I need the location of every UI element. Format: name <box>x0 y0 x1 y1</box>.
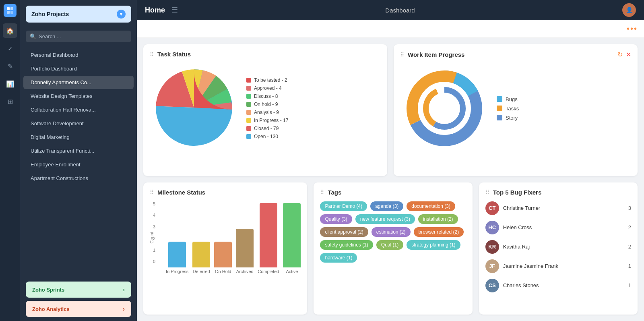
icon-home[interactable]: 🏠 <box>3 23 17 38</box>
sidebar-search[interactable]: 🔍 Search ... <box>26 31 131 42</box>
bug-fixers-list: CT Christine Turner 3 HC Helen Cross 2 K… <box>485 201 631 292</box>
bar-group: Completed <box>258 203 279 274</box>
main-content: Home ☰ Dashboard 👤 ••• ⠿ Task Status <box>137 0 644 321</box>
bug-fixers-header: ⠿ Top 5 Bug Fixers <box>485 189 631 196</box>
topbar-right: 👤 <box>622 3 636 17</box>
task-status-title: Task Status <box>157 51 191 58</box>
bug-fixer-count: 1 <box>628 282 631 288</box>
donut-content: BugsTasksStory <box>400 64 631 153</box>
legend-item: Open - 130 <box>246 134 288 139</box>
app-title: Home <box>145 6 165 14</box>
sidebar: Zoho Projects ▼ 🔍 Search ... Personal Da… <box>20 0 137 321</box>
bottom-row: ⠿ Milestone Status 5 4 3 2 1 0 Count <box>143 182 638 315</box>
tag[interactable]: installation (2) <box>418 214 458 224</box>
drag-icon: ⠿ <box>400 52 405 58</box>
drag-icon: ⠿ <box>150 189 154 195</box>
zoho-sprints-btn[interactable]: Zoho Sprints › <box>26 282 131 298</box>
icon-data[interactable]: ⊞ <box>3 94 17 109</box>
sidebar-nav-item[interactable]: Personal Dashboard <box>23 48 134 62</box>
sidebar-nav-item[interactable]: Donnelly Apartments Co... <box>23 76 134 89</box>
drag-icon: ⠿ <box>485 189 490 195</box>
close-button[interactable]: ✕ <box>626 51 631 58</box>
tag[interactable]: strategy planning (1) <box>407 240 460 250</box>
options-dots[interactable]: ••• <box>627 24 638 33</box>
app-logo[interactable] <box>4 4 17 17</box>
icon-bar: 🏠 ✓ ✎ 📊 ⊞ <box>0 0 20 321</box>
page-title: Dashboard <box>385 7 415 14</box>
bug-fixer-name: Jasmine Jasmine Frank <box>503 263 624 269</box>
icon-chart[interactable]: 📊 <box>3 77 17 91</box>
bug-fixer-avatar: CT <box>485 201 499 215</box>
svg-rect-0 <box>7 7 10 10</box>
bug-fixers-title: Top 5 Bug Fixers <box>493 189 542 196</box>
bug-fixer-item: KR Kavitha Raj 2 <box>485 240 631 254</box>
legend-item: Approved - 4 <box>246 85 288 91</box>
sidebar-nav-item[interactable]: Employee Enrollment <box>23 158 134 171</box>
bug-fixer-count: 3 <box>628 205 631 211</box>
sidebar-nav-item[interactable]: Portfolio Dashboard <box>23 62 134 75</box>
bar-group: Archived <box>236 229 254 274</box>
bug-fixer-avatar: JF <box>485 259 499 273</box>
arrow-right-icon: › <box>123 286 125 293</box>
milestone-header: ⠿ Milestone Status <box>150 189 301 196</box>
svg-rect-1 <box>10 7 13 10</box>
zoho-analytics-btn[interactable]: Zoho Analytics › <box>26 301 131 317</box>
zoho-sprints-label: Zoho Sprints <box>32 287 64 293</box>
sidebar-nav-item[interactable]: Software Development <box>23 117 134 130</box>
count-label: Count <box>149 232 154 243</box>
legend-item: In Progress - 17 <box>246 118 288 123</box>
svg-rect-3 <box>10 11 13 14</box>
donut-legend-item: Story <box>497 115 519 121</box>
icon-edit[interactable]: ✎ <box>3 59 17 73</box>
arrow-right-icon: › <box>123 306 125 312</box>
tag[interactable]: Partner Demo (4) <box>320 201 367 211</box>
sidebar-nav-item[interactable]: Collaboration Hall Renova... <box>23 103 134 116</box>
search-icon: 🔍 <box>30 33 36 39</box>
menu-icon[interactable]: ☰ <box>171 6 178 14</box>
bug-fixer-avatar: CS <box>485 279 499 292</box>
sidebar-nav-item[interactable]: Digital Marketing <box>23 130 134 144</box>
legend-item: To be tested - 2 <box>246 77 288 83</box>
tag[interactable]: Quality (3) <box>320 214 352 224</box>
task-status-content: To be tested - 2Approved - 4Discuss - 8O… <box>150 63 381 153</box>
tags-area: Partner Demo (4)agenda (3)documentation … <box>320 201 466 263</box>
tag[interactable]: estimation (2) <box>372 227 411 237</box>
tags-title: Tags <box>328 189 341 196</box>
bug-fixer-item: HC Helen Cross 2 <box>485 221 631 234</box>
sidebar-nav-item[interactable]: Utilize Transparent Functi... <box>23 144 134 157</box>
milestone-widget: ⠿ Milestone Status 5 4 3 2 1 0 Count <box>143 182 307 315</box>
sidebar-header: Zoho Projects ▼ <box>20 0 137 27</box>
bar-group: On Hold <box>214 242 232 274</box>
bug-fixer-name: Kavitha Raj <box>503 244 624 250</box>
task-status-legend: To be tested - 2Approved - 4Discuss - 8O… <box>246 77 288 139</box>
task-status-widget: ⠿ Task Status <box>143 44 387 176</box>
tag[interactable]: documentation (3) <box>407 201 455 211</box>
project-selector[interactable]: Zoho Projects ▼ <box>26 6 131 23</box>
tag[interactable]: Qual (1) <box>376 240 403 250</box>
tag[interactable]: hardware (1) <box>320 253 357 263</box>
legend-item: Discuss - 8 <box>246 93 288 99</box>
bug-fixers-widget: ⠿ Top 5 Bug Fixers CT Christine Turner 3… <box>479 182 638 315</box>
bug-fixer-item: JF Jasmine Jasmine Frank 1 <box>485 259 631 273</box>
refresh-button[interactable]: ↻ <box>617 51 623 58</box>
tag[interactable]: safety guidelines (1) <box>320 240 373 250</box>
tag[interactable]: agenda (3) <box>370 201 403 211</box>
tag[interactable]: client approval (2) <box>320 227 368 237</box>
bug-fixer-item: CT Christine Turner 3 <box>485 201 631 215</box>
search-placeholder: Search ... <box>39 33 61 39</box>
widget-actions: ↻ ✕ <box>617 51 631 58</box>
icon-tasks[interactable]: ✓ <box>3 41 17 56</box>
bug-fixer-item: CS Charles Stones 1 <box>485 279 631 292</box>
user-avatar[interactable]: 👤 <box>622 3 636 17</box>
svg-point-10 <box>429 93 460 124</box>
topbar: Home ☰ Dashboard 👤 <box>137 0 644 20</box>
sidebar-nav: Personal DashboardPortfolio DashboardDon… <box>20 46 137 278</box>
tag[interactable]: new feature request (3) <box>355 214 415 224</box>
sidebar-nav-item[interactable]: Apartment Constructions <box>23 172 134 185</box>
tags-widget: ⠿ Tags Partner Demo (4)agenda (3)documen… <box>314 182 472 315</box>
donut-legend: BugsTasksStory <box>497 96 519 121</box>
tag[interactable]: browser related (2) <box>414 227 464 237</box>
sidebar-nav-item[interactable]: Website Design Templates <box>23 89 134 103</box>
task-status-header: ⠿ Task Status <box>150 51 381 58</box>
chevron-down-icon: ▼ <box>117 10 126 19</box>
